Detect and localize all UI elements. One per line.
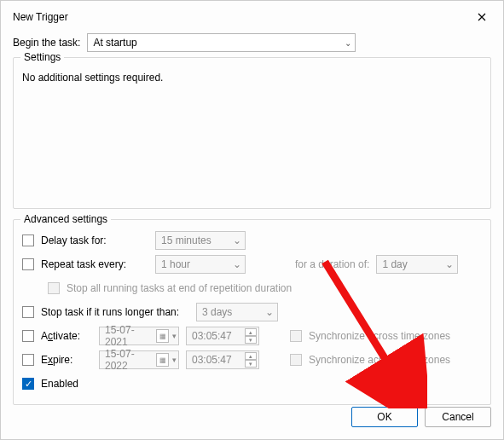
calendar-icon: ▦: [156, 329, 169, 343]
duration-label: for a duration of:: [295, 258, 369, 270]
expire-sync-label: Synchronize across time zones: [309, 354, 450, 366]
chevron-down-icon: ⌄: [233, 258, 241, 270]
stop-repetition-checkbox: [48, 282, 60, 294]
activate-checkbox[interactable]: [22, 330, 34, 342]
chevron-down-icon: ⌄: [345, 38, 351, 48]
cancel-label: Cancel: [442, 411, 473, 423]
delay-value: 15 minutes: [161, 234, 211, 246]
activate-sync-checkbox: [290, 330, 302, 342]
stop-long-checkbox[interactable]: [22, 306, 34, 318]
delay-select[interactable]: 15 minutes ⌄: [155, 231, 246, 250]
stop-long-select[interactable]: 3 days ⌄: [196, 303, 278, 321]
expire-date-value: 15-07-2022: [105, 348, 153, 372]
advanced-settings-title: Advanced settings: [20, 213, 111, 225]
calendar-icon: ▦: [156, 353, 169, 367]
begin-task-select[interactable]: At startup ⌄: [87, 33, 356, 52]
begin-task-value: At startup: [93, 37, 136, 49]
enabled-label: Enabled: [41, 378, 78, 390]
ok-label: OK: [377, 411, 391, 423]
spinner-icon: ▴▾: [245, 328, 257, 344]
expire-label: Expire:: [41, 354, 92, 366]
expire-date[interactable]: 15-07-2022 ▦ ▾: [99, 350, 179, 369]
expire-time[interactable]: 03:05:47 ▴▾: [186, 350, 259, 369]
chevron-down-icon: ▾: [172, 332, 177, 340]
chevron-down-icon: ⌄: [265, 306, 274, 318]
cancel-button[interactable]: Cancel: [425, 407, 491, 427]
repeat-value: 1 hour: [161, 258, 190, 270]
activate-time-value: 03:05:47: [192, 330, 241, 342]
expire-checkbox[interactable]: [22, 354, 34, 366]
spinner-icon: ▴▾: [245, 352, 257, 368]
stop-repetition-label: Stop all running tasks at end of repetit…: [67, 282, 292, 294]
repeat-label: Repeat task every:: [41, 258, 148, 270]
settings-title: Settings: [20, 51, 64, 63]
chevron-down-icon: ⌄: [445, 258, 454, 270]
activate-date[interactable]: 15-07-2021 ▦ ▾: [99, 327, 179, 345]
settings-group: Settings No additional settings required…: [13, 57, 491, 209]
stop-long-label: Stop task if it runs longer than:: [41, 306, 189, 318]
settings-message: No additional settings required.: [22, 72, 163, 84]
activate-sync-label: Synchronize across time zones: [309, 330, 450, 342]
duration-value: 1 day: [382, 258, 407, 270]
expire-time-value: 03:05:47: [192, 354, 241, 366]
close-icon: [478, 13, 486, 21]
begin-task-label: Begin the task:: [13, 37, 80, 49]
activate-date-value: 15-07-2021: [105, 324, 153, 348]
stop-long-value: 3 days: [202, 306, 232, 318]
duration-select[interactable]: 1 day ⌄: [376, 255, 458, 274]
ok-button[interactable]: OK: [351, 407, 418, 427]
activate-time[interactable]: 03:05:47 ▴▾: [186, 327, 259, 345]
chevron-down-icon: ▾: [172, 356, 177, 364]
repeat-select[interactable]: 1 hour ⌄: [155, 255, 246, 274]
delay-label: Delay task for:: [41, 234, 148, 246]
expire-sync-checkbox: [290, 354, 302, 366]
window-title: New Trigger: [13, 11, 68, 23]
close-button[interactable]: [469, 7, 495, 27]
chevron-down-icon: ⌄: [233, 234, 241, 246]
advanced-settings-group: Advanced settings Delay task for: 15 min…: [13, 219, 491, 405]
delay-checkbox[interactable]: [22, 234, 34, 246]
repeat-checkbox[interactable]: [22, 258, 34, 270]
activate-label: Activate:: [41, 330, 92, 342]
enabled-checkbox[interactable]: ✓: [22, 378, 34, 390]
